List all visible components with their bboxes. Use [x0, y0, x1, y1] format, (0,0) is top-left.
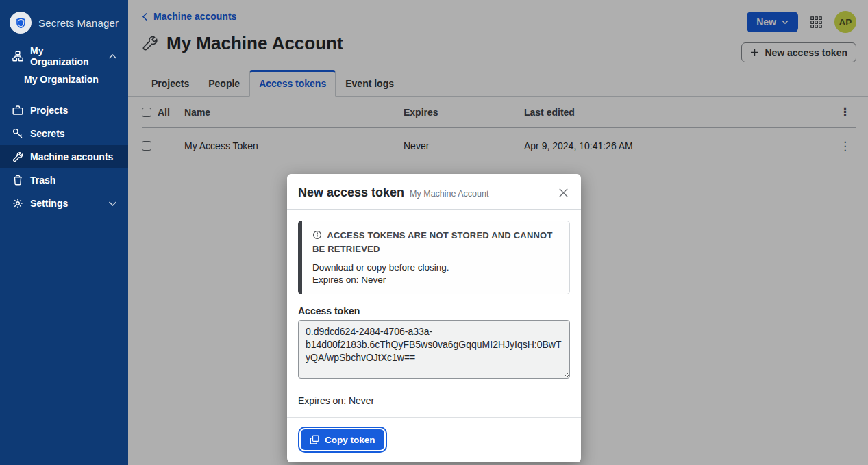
sidebar-item-trash[interactable]: Trash	[0, 168, 128, 192]
new-access-token-dialog: New access token My Machine Account ACCE…	[287, 174, 581, 462]
copy-token-label: Copy token	[325, 435, 375, 445]
sidebar-nav: My Organization My Organization Projects…	[0, 45, 128, 215]
organization-icon	[12, 51, 23, 62]
chevron-up-icon	[108, 53, 117, 60]
trash-icon	[12, 175, 23, 186]
access-token-textarea[interactable]: 0.d9dcd624-2484-4706-a33a-b14d00f2183b.6…	[298, 320, 570, 379]
callout-line1: Download or copy before closing.	[312, 262, 560, 274]
sidebar-item-label: Projects	[30, 105, 68, 116]
sidebar-subitem-my-organization[interactable]: My Organization	[0, 68, 128, 91]
app-logo: Secrets Manager	[0, 0, 128, 45]
info-icon	[312, 230, 322, 240]
sidebar-item-secrets[interactable]: Secrets	[0, 122, 128, 145]
sidebar-item-label: Secrets	[30, 128, 65, 139]
copy-icon	[310, 435, 319, 444]
dialog-header: New access token My Machine Account	[287, 174, 581, 210]
sidebar-item-projects[interactable]: Projects	[0, 99, 128, 122]
sidebar: Secrets Manager My Organization My Organ…	[0, 0, 128, 465]
sidebar-divider	[0, 95, 128, 95]
sidebar-item-label: Settings	[30, 198, 68, 209]
sidebar-item-label: My Organization	[30, 45, 101, 67]
briefcase-icon	[12, 105, 23, 116]
sidebar-item-settings[interactable]: Settings	[0, 192, 128, 215]
sidebar-item-my-organization[interactable]: My Organization	[0, 45, 128, 68]
chevron-down-icon	[108, 201, 117, 207]
app-title: Secrets Manager	[38, 17, 119, 29]
dialog-subtitle: My Machine Account	[410, 189, 488, 199]
wrench-icon	[12, 151, 23, 162]
sidebar-item-label: My Organization	[24, 74, 99, 85]
warning-callout: ACCESS TOKENS ARE NOT STORED AND CANNOT …	[298, 221, 570, 294]
bitwarden-shield-icon	[10, 12, 32, 34]
dialog-title: New access token	[298, 186, 404, 200]
dialog-body: ACCESS TOKENS ARE NOT STORED AND CANNOT …	[287, 210, 581, 406]
key-icon	[12, 128, 23, 139]
callout-line2: Expires on: Never	[312, 274, 560, 286]
expires-text: Expires on: Never	[298, 395, 570, 406]
sidebar-item-label: Trash	[30, 175, 55, 186]
copy-token-button[interactable]: Copy token	[301, 429, 384, 450]
dialog-footer: Copy token	[287, 417, 581, 462]
access-token-label: Access token	[298, 305, 570, 316]
sidebar-item-label: Machine accounts	[30, 151, 113, 162]
close-icon[interactable]	[557, 186, 570, 199]
sidebar-item-machine-accounts[interactable]: Machine accounts	[0, 145, 128, 168]
gear-icon	[12, 198, 23, 209]
callout-title: ACCESS TOKENS ARE NOT STORED AND CANNOT …	[312, 229, 560, 255]
